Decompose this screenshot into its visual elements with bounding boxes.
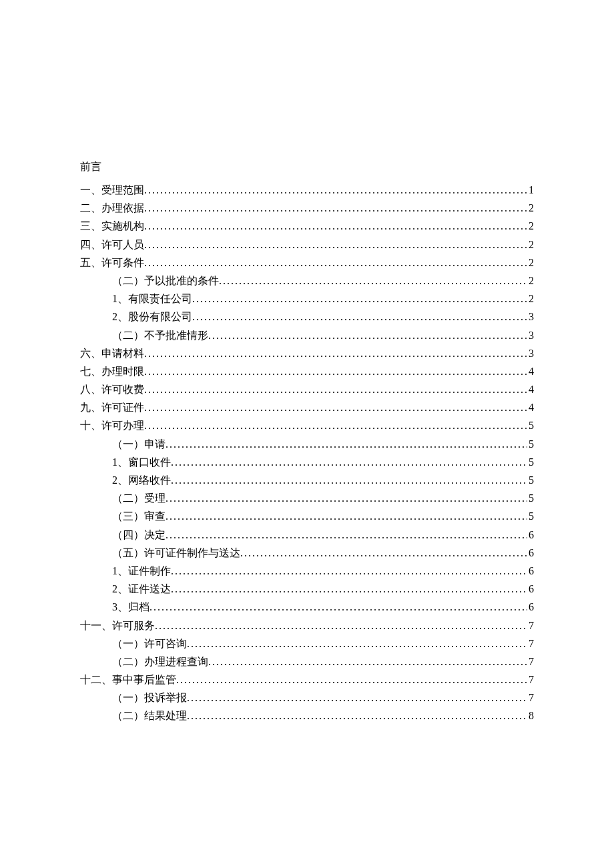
toc-entry: 1、窗口收件5 [80, 453, 534, 471]
toc-entry-label: 2、股份有限公司 [112, 308, 192, 326]
toc-entry-page: 7 [527, 689, 534, 707]
toc-dot-leader [155, 616, 527, 634]
toc-entry-page: 1 [527, 181, 534, 199]
toc-entry-page: 7 [527, 616, 534, 634]
toc-dot-leader [144, 344, 527, 362]
toc-entry: （四）决定6 [80, 526, 534, 544]
toc-entry-page: 4 [527, 362, 534, 380]
toc-entry-label: 一、受理范围 [80, 181, 144, 199]
toc-dot-leader [166, 435, 527, 453]
toc-dot-leader [144, 380, 527, 398]
toc-entry-page: 6 [527, 526, 534, 544]
toc-entry-page: 7 [527, 671, 534, 689]
toc-entry: 十、许可办理5 [80, 416, 534, 434]
toc-entry-label: （五）许可证件制作与送达 [112, 544, 240, 562]
toc-entry-label: 1、窗口收件 [112, 453, 171, 471]
toc-entry-label: 二、办理依据 [80, 199, 144, 217]
toc-entry: 十二、事中事后监管7 [80, 671, 534, 689]
toc-entry: （一）许可咨询7 [80, 634, 534, 653]
toc-entry-page: 3 [527, 308, 534, 326]
toc-entry-label: 四、许可人员 [80, 236, 144, 254]
toc-dot-leader [240, 544, 527, 562]
toc-entry-label: 五、许可条件 [80, 254, 144, 272]
toc-entry-page: 5 [527, 435, 534, 453]
toc-entry-label: 3、归档 [112, 598, 149, 616]
toc-entry: 2、证件送达6 [80, 580, 534, 598]
toc-dot-leader [149, 598, 527, 616]
toc-dot-leader [166, 507, 527, 525]
toc-dot-leader [192, 290, 527, 308]
toc-entry: 七、办理时限4 [80, 362, 534, 380]
toc-entry-label: （二）不予批准情形 [112, 326, 208, 344]
toc-dot-leader [171, 471, 527, 489]
toc-entry-page: 2 [527, 290, 534, 308]
toc-entry-page: 6 [527, 598, 534, 616]
toc-entry-label: 十二、事中事后监管 [80, 671, 176, 689]
preface-heading: 前言 [80, 160, 534, 174]
toc-dot-leader [187, 707, 527, 725]
table-of-contents: 一、受理范围1二、办理依据2三、实施机构2四、许可人员2五、许可条件2（二）予以… [80, 181, 534, 725]
toc-dot-leader [208, 653, 527, 671]
toc-dot-leader [187, 689, 527, 707]
toc-entry-label: 2、证件送达 [112, 580, 171, 598]
toc-entry: 六、申请材料3 [80, 344, 534, 362]
toc-entry-page: 4 [527, 398, 534, 416]
toc-dot-leader [144, 181, 527, 199]
toc-entry: （二）办理进程查询7 [80, 653, 534, 671]
toc-entry: 三、实施机构2 [80, 217, 534, 235]
toc-entry-label: 九、许可证件 [80, 398, 144, 416]
toc-entry-label: （一）许可咨询 [112, 634, 187, 653]
toc-dot-leader [144, 254, 527, 272]
toc-entry-label: 十一、许可服务 [80, 616, 155, 634]
toc-entry: 1、有限责任公司2 [80, 290, 534, 308]
toc-entry: 一、受理范围1 [80, 181, 534, 199]
toc-entry-page: 5 [527, 416, 534, 434]
toc-entry: 五、许可条件2 [80, 254, 534, 272]
toc-dot-leader [144, 362, 527, 380]
toc-dot-leader [187, 634, 527, 653]
toc-entry-label: （二）予以批准的条件 [112, 272, 219, 290]
toc-entry-page: 6 [527, 544, 534, 562]
toc-entry: 八、许可收费4 [80, 380, 534, 398]
toc-entry: （二）予以批准的条件2 [80, 272, 534, 290]
toc-entry-page: 6 [527, 562, 534, 580]
toc-entry: 1、证件制作6 [80, 562, 534, 580]
toc-dot-leader [219, 272, 527, 290]
toc-entry-page: 3 [527, 344, 534, 362]
toc-entry-page: 7 [527, 653, 534, 671]
toc-entry-page: 5 [527, 453, 534, 471]
toc-entry-page: 2 [527, 199, 534, 217]
toc-entry-page: 5 [527, 471, 534, 489]
toc-entry-page: 2 [527, 254, 534, 272]
toc-dot-leader [166, 526, 527, 544]
toc-entry-label: （一）投诉举报 [112, 689, 187, 707]
toc-dot-leader [144, 416, 527, 434]
toc-dot-leader [171, 562, 527, 580]
toc-entry-page: 2 [527, 217, 534, 235]
toc-entry: 3、归档6 [80, 598, 534, 616]
toc-entry-page: 7 [527, 634, 534, 653]
toc-entry: 2、网络收件5 [80, 471, 534, 489]
toc-dot-leader [176, 671, 527, 689]
toc-entry-page: 2 [527, 272, 534, 290]
toc-entry: （一）申请5 [80, 435, 534, 453]
toc-entry-page: 2 [527, 236, 534, 254]
toc-dot-leader [208, 326, 527, 344]
toc-entry-label: （二）结果处理 [112, 707, 187, 725]
toc-entry-label: 2、网络收件 [112, 471, 171, 489]
toc-entry: （二）不予批准情形3 [80, 326, 534, 344]
toc-entry-label: 十、许可办理 [80, 416, 144, 434]
toc-entry-label: （二）受理 [112, 489, 166, 507]
toc-entry-label: （二）办理进程查询 [112, 653, 208, 671]
toc-entry-label: （三）审查 [112, 507, 166, 525]
toc-entry-label: 六、申请材料 [80, 344, 144, 362]
toc-entry-label: 三、实施机构 [80, 217, 144, 235]
toc-dot-leader [171, 453, 527, 471]
toc-entry-label: 1、证件制作 [112, 562, 171, 580]
toc-entry-label: （一）申请 [112, 435, 166, 453]
toc-entry: （三）审查5 [80, 507, 534, 525]
toc-entry: （一）投诉举报7 [80, 689, 534, 707]
toc-dot-leader [171, 580, 527, 598]
document-page: 前言 一、受理范围1二、办理依据2三、实施机构2四、许可人员2五、许可条件2（二… [0, 0, 614, 725]
toc-entry-label: 1、有限责任公司 [112, 290, 192, 308]
